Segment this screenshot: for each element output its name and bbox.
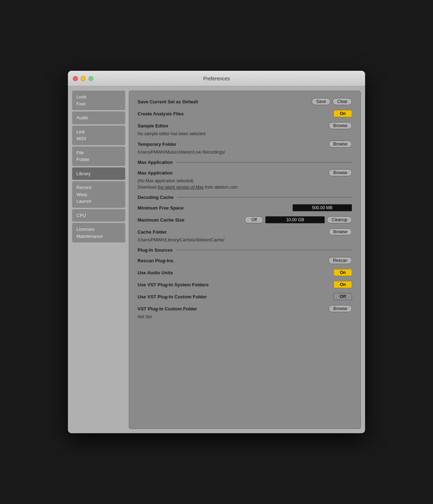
sidebar-label-look: Look [76,93,121,101]
sidebar-item-library[interactable]: Library [72,167,125,180]
preferences-window: Preferences Look Feel Audio Link MIDI Fi… [68,71,365,433]
vst-custom-folder-label: VST Plug-In Custom Folder [138,306,329,311]
titlebar: Preferences [68,71,365,86]
use-vst-system-controls: On [334,281,352,288]
max-cache-off-button[interactable]: Off [245,216,263,223]
decoding-cache-section-header: Decoding Cache [138,195,352,200]
sidebar-label-feel: Feel [76,101,121,108]
use-vst-system-toggle[interactable]: On [334,281,352,288]
cache-folder-row: Cache Folder Browse [138,228,352,235]
plug-in-sources-divider [176,250,352,250]
max-cache-size-input[interactable] [265,216,325,223]
create-analysis-row: Create Analysis Files On [138,110,352,117]
cache-folder-label: Cache Folder [138,229,329,235]
rescan-plug-ins-label: Rescan Plug-Ins [138,258,328,263]
max-application-label: Max Application [138,170,329,176]
max-download-link[interactable]: the latest version of Max [158,185,204,190]
sidebar-label-file: File [76,149,121,156]
create-analysis-label: Create Analysis Files [138,111,334,116]
clear-button[interactable]: Clear [333,98,352,105]
save-current-set-label: Save Current Set as Default [138,99,312,104]
sidebar-item-audio[interactable]: Audio [72,111,125,124]
rescan-plug-ins-controls: Rescan [328,257,352,264]
decoding-cache-divider [177,197,352,197]
create-analysis-controls: On [334,110,352,117]
save-current-set-controls: Save Clear [312,98,352,105]
max-application-browse-button[interactable]: Browse [329,169,352,176]
sample-editor-label: Sample Editor [138,123,329,128]
vst-custom-folder-sub-text: Not Set [138,314,352,319]
use-vst-custom-row: Use VST Plug-In Custom Folder Off [138,293,352,300]
sidebar-label-warp: Warp [76,191,121,198]
sidebar-item-look-feel[interactable]: Look Feel [72,91,125,110]
max-application-section-header: Max Application [138,160,352,165]
sample-editor-sub-text: No sample editor has been selected. [138,131,352,136]
min-free-space-label: Minimum Free Space [138,205,293,211]
use-vst-custom-label: Use VST Plug-In Custom Folder [138,294,334,299]
max-application-sub-text: (No Max application selected) [138,178,352,183]
temporary-folder-label: Temporary Folder [138,142,329,147]
sidebar-label-link: Link [76,128,121,136]
window-controls [73,76,93,81]
minimize-button[interactable] [81,76,86,81]
use-vst-system-row: Use VST Plug-In System Folders On [138,281,352,288]
vst-custom-folder-controls: Browse [329,305,352,312]
max-cache-size-row: Maximum Cache Size Off Cleanup [138,216,352,223]
maximize-button[interactable] [88,76,93,81]
max-application-controls: Browse [329,169,352,176]
sample-editor-row: Sample Editor Browse [138,122,352,129]
sidebar-item-licenses-maintenance[interactable]: Licenses Maintenance [72,223,125,242]
temporary-folder-browse-button[interactable]: Browse [329,141,352,148]
sidebar-label-record: Record [76,184,121,191]
max-download-prefix: Download [138,185,158,190]
max-cache-size-controls: Off Cleanup [245,216,352,223]
max-application-section-label: Max Application [138,160,173,165]
max-application-divider [176,162,352,162]
main-content: Look Feel Audio Link MIDI File Folder Li… [68,86,365,433]
sidebar-label-cpu: CPU [76,212,121,219]
vst-custom-folder-row: VST Plug-In Custom Folder Browse [138,305,352,312]
sidebar-item-cpu[interactable]: CPU [72,209,125,222]
use-audio-units-toggle[interactable]: On [334,269,352,276]
max-download-text: Download the latest version of Max from … [138,185,352,190]
rescan-button[interactable]: Rescan [328,257,352,264]
rescan-plug-ins-row: Rescan Plug-Ins Rescan [138,257,352,264]
close-button[interactable] [73,76,78,81]
sidebar-label-library: Library [76,170,121,177]
use-vst-custom-controls: Off [334,293,352,300]
temporary-folder-row: Temporary Folder Browse [138,141,352,148]
sidebar-label-audio: Audio [76,114,121,121]
use-vst-system-label: Use VST Plug-In System Folders [138,282,334,287]
create-analysis-toggle[interactable]: On [334,110,352,117]
sidebar: Look Feel Audio Link MIDI File Folder Li… [72,91,125,429]
save-button[interactable]: Save [312,98,330,105]
sample-editor-browse-button[interactable]: Browse [329,122,352,129]
temporary-folder-controls: Browse [329,141,352,148]
sidebar-item-link-midi[interactable]: Link MIDI [72,126,125,145]
use-audio-units-controls: On [334,269,352,276]
plug-in-sources-section-label: Plug-In Sources [138,247,173,253]
sidebar-label-launch: Launch [76,198,121,205]
decoding-cache-section-label: Decoding Cache [138,195,174,200]
vst-custom-folder-browse-button[interactable]: Browse [329,305,352,312]
min-free-space-input[interactable] [293,204,352,211]
max-application-row: Max Application Browse [138,169,352,176]
temporary-folder-path: /Users/PMWH/Music/Ableton/Live Recording… [138,150,352,155]
min-free-space-controls [293,204,352,211]
sidebar-label-folder: Folder [76,156,121,163]
sidebar-label-maintenance: Maintenance [76,233,121,240]
use-audio-units-row: Use Audio Units On [138,269,352,276]
max-download-suffix: from ableton.com. [204,185,239,190]
cache-folder-controls: Browse [329,228,352,235]
sidebar-label-midi: MIDI [76,135,121,142]
use-vst-custom-toggle[interactable]: Off [334,293,352,300]
cleanup-button[interactable]: Cleanup [327,216,352,223]
min-free-space-row: Minimum Free Space [138,204,352,211]
sidebar-item-file-folder[interactable]: File Folder [72,147,125,166]
settings-panel: Save Current Set as Default Save Clear C… [129,91,361,429]
window-title: Preferences [203,76,230,81]
cache-folder-browse-button[interactable]: Browse [329,228,352,235]
sidebar-item-record-warp-launch[interactable]: Record Warp Launch [72,181,125,208]
save-current-set-row: Save Current Set as Default Save Clear [138,98,352,105]
use-audio-units-label: Use Audio Units [138,270,334,275]
